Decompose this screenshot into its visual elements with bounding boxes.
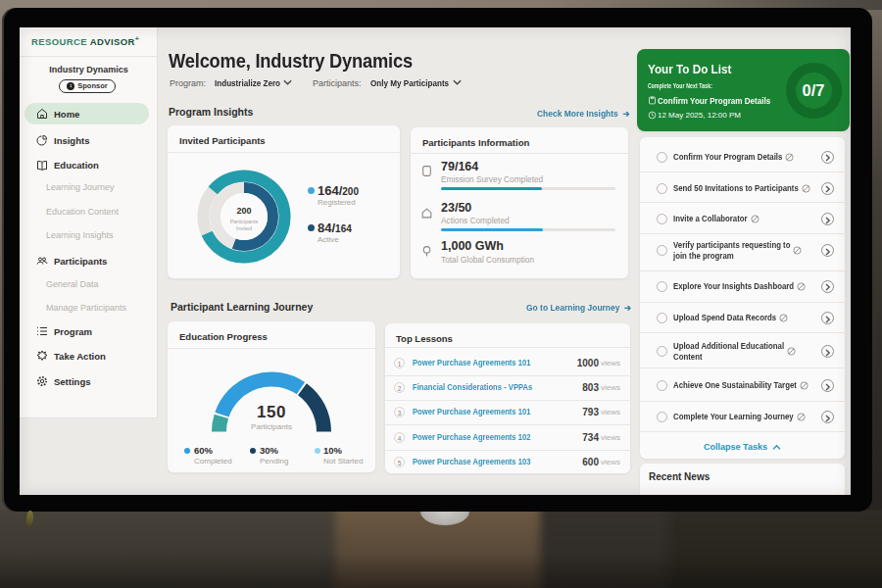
- svg-text:Invited: Invited: [236, 225, 252, 231]
- svg-text:200: 200: [236, 206, 251, 216]
- svg-text:Participants: Participants: [230, 219, 259, 224]
